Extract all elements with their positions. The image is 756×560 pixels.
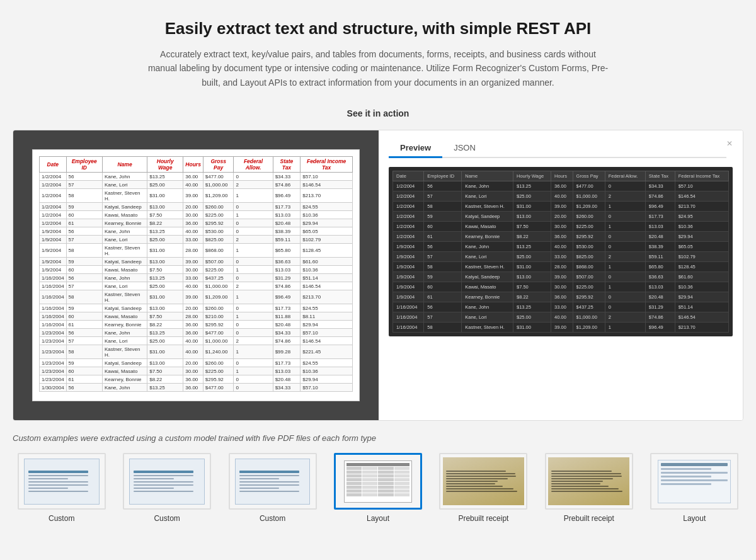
table-row: 1/23/200457Kane, Lori$25.0040.00$1,000.0…: [40, 337, 353, 345]
thumbnails-row: CustomCustomCustomLayoutPrebuilt receipt…: [13, 453, 743, 523]
thumbnail-item[interactable]: Layout: [646, 453, 743, 523]
right-panel: ✕ Preview JSON Date Employee ID Name Hou…: [379, 130, 743, 420]
prev-col-date: Date: [393, 171, 424, 181]
col-header-date: Date: [40, 157, 67, 173]
thumbnail-box[interactable]: [334, 453, 422, 510]
table-row: 1/9/200456Kane, John$13.2540.00$530.000$…: [40, 227, 353, 236]
table-row: 1/2/200461Kearney, Bonnie$8.2236.00$295.…: [393, 232, 729, 242]
thumbnail-label: Custom: [260, 514, 285, 523]
table-row: 1/2/200457Kane, Lori$25.0040.00$1,000.00…: [40, 181, 353, 189]
thumbnail-label: Prebuilt receipt: [564, 514, 614, 523]
thumbnail-label: Prebuilt receipt: [458, 514, 508, 523]
table-row: 1/23/200456Kane, John$13.2536.00$477.000…: [40, 329, 353, 337]
thumbnail-item[interactable]: Custom: [118, 453, 215, 523]
table-row: 1/2/200456Kane, John$13.2536.00$477.000$…: [40, 173, 353, 181]
col-header-gross: Gross Pay: [203, 157, 234, 173]
thumbnail-item[interactable]: Prebuilt receipt: [540, 453, 638, 523]
col-header-state: State Tax: [273, 157, 301, 173]
table-row: 1/16/200460Kawai, Masato$7.5028.00$210.0…: [40, 312, 353, 321]
prev-col-name: Name: [462, 171, 513, 181]
table-row: 1/16/200458Kastner, Steven H.$31.0039.00…: [40, 290, 353, 304]
thumbnail-box[interactable]: [545, 453, 633, 510]
table-row: 1/9/200460Kawai, Masato$7.5030.00$225.00…: [40, 266, 353, 274]
see-it-action-label: See it in action: [13, 108, 743, 118]
table-row: 1/23/200458Kastner, Steven H.$31.0040.00…: [40, 345, 353, 359]
table-row: 1/2/200460Kawai, Masato$7.5030.00$225.00…: [40, 211, 353, 219]
col-header-empid: Employee ID: [66, 157, 102, 173]
table-row: 1/9/200460Kawai, Masato$7.5030.00$225.00…: [393, 282, 729, 292]
table-row: 1/23/200461Kearney, Bonnie$8.2236.00$295…: [40, 375, 353, 384]
thumbnail-item[interactable]: Custom: [224, 453, 321, 523]
table-row: 1/2/200461Kearney, Bonnie$8.2236.00$295.…: [40, 219, 353, 227]
tab-json[interactable]: JSON: [442, 139, 487, 158]
thumbnail-box[interactable]: [123, 453, 211, 510]
table-row: 1/9/200457Kane, Lori$25.0033.00$825.002$…: [40, 236, 353, 244]
table-row: 1/2/200459Katyal, Sandeep$13.0020.00$260…: [393, 212, 729, 222]
header-section: Easily extract text and structure, with …: [13, 19, 743, 89]
table-row: 1/2/200458Kastner, Steven H.$31.0039.00$…: [40, 189, 353, 203]
prev-col-gross: Gross Pay: [573, 171, 605, 181]
thumbnail-label: Custom: [154, 514, 180, 523]
table-row: 1/2/200457Kane, Lori$25.0040.00$1,000.00…: [393, 191, 729, 202]
prev-col-federal: Federal Allow.: [605, 171, 645, 181]
thumbnail-box[interactable]: [229, 453, 317, 510]
prev-col-state: State Tax: [645, 171, 675, 181]
table-row: 1/16/200457Kane, Lori$25.0040.00$1,000.0…: [393, 312, 729, 323]
thumbnail-label: Layout: [367, 514, 389, 523]
col-header-fincome: Federal Income Tax: [301, 157, 353, 173]
table-row: 1/23/200459Katyal, Sandeep$13.0020.00$26…: [40, 359, 353, 367]
table-row: 1/16/200457Kane, Lori$25.0040.00$1,000.0…: [40, 282, 353, 290]
prev-col-empid: Employee ID: [424, 171, 462, 181]
col-header-name: Name: [102, 157, 147, 173]
table-row: 1/2/200458Kastner, Steven H.$31.0039.00$…: [393, 202, 729, 212]
table-row: 1/23/200460Kawai, Masato$7.5030.00$225.0…: [40, 367, 353, 375]
thumbnail-box[interactable]: [18, 453, 106, 510]
thumbnail-box[interactable]: [650, 453, 738, 510]
table-row: 1/16/200461Kearney, Bonnie$8.2236.00$295…: [40, 321, 353, 329]
thumbnail-item[interactable]: Layout: [329, 453, 427, 523]
demo-section: Date Employee ID Name Hourly Wage Hours …: [13, 130, 743, 421]
examples-caption: Custom examples were extracted using a c…: [13, 433, 743, 443]
spreadsheet-table: Date Employee ID Name Hourly Wage Hours …: [39, 156, 353, 392]
table-row: 1/30/200456Kane, John$13.2536.00$477.000…: [40, 384, 353, 392]
table-row: 1/9/200458Kastner, Steven H.$31.0028.00$…: [393, 262, 729, 272]
thumbnail-label: Custom: [49, 514, 74, 523]
page-container: Easily extract text and structure, with …: [0, 0, 756, 542]
table-row: 1/9/200456Kane, John$13.2540.00$530.000$…: [393, 242, 729, 252]
table-row: 1/16/200459Katyal, Sandeep$13.0020.00$26…: [40, 304, 353, 312]
table-row: 1/9/200457Kane, Lori$25.0033.00$825.002$…: [393, 252, 729, 262]
thumbnail-item[interactable]: Prebuilt receipt: [435, 453, 532, 523]
col-header-wage: Hourly Wage: [147, 157, 183, 173]
thumbnail-item[interactable]: Custom: [13, 453, 110, 523]
spreadsheet-container[interactable]: Date Employee ID Name Hourly Wage Hours …: [32, 149, 360, 401]
table-row: 1/16/200456Kane, John$13.2533.00$437.250…: [393, 302, 729, 312]
table-row: 1/9/200459Katyal, Sandeep$13.0039.00$507…: [393, 272, 729, 282]
tabs-row: Preview JSON: [389, 139, 726, 158]
table-row: 1/2/200459Katyal, Sandeep$13.0020.00$260…: [40, 203, 353, 211]
tab-preview[interactable]: Preview: [389, 139, 442, 158]
preview-table-wrap[interactable]: Date Employee ID Name Hourly Wage Hours …: [389, 167, 733, 336]
table-row: 1/9/200458Kastner, Steven H.$31.0028.00$…: [40, 244, 353, 258]
prev-col-fincome: Federal Income Tax: [675, 171, 728, 181]
prev-col-wage: Hourly Wage: [513, 171, 551, 181]
table-row: 1/16/200458Kastner, Steven H.$31.0039.00…: [393, 323, 729, 333]
thumbnail-box[interactable]: [439, 453, 527, 510]
preview-table: Date Employee ID Name Hourly Wage Hours …: [392, 171, 729, 333]
close-button[interactable]: ✕: [726, 139, 733, 148]
page-subtitle: Accurately extract text, key/value pairs…: [145, 47, 611, 89]
table-row: 1/2/200456Kane, John$13.2536.00$477.000$…: [393, 181, 729, 191]
prev-col-hours: Hours: [551, 171, 573, 181]
col-header-hours: Hours: [183, 157, 203, 173]
left-panel: Date Employee ID Name Hourly Wage Hours …: [13, 130, 379, 420]
col-header-federal: Federal Allow.: [234, 157, 273, 173]
table-row: 1/9/200461Kearney, Bonnie$8.2236.00$295.…: [393, 292, 729, 302]
table-row: 1/9/200459Katyal, Sandeep$13.0039.00$507…: [40, 258, 353, 266]
thumbnail-label: Layout: [683, 514, 706, 523]
page-title: Easily extract text and structure, with …: [13, 19, 743, 38]
table-row: 1/16/200456Kane, John$13.2533.00$437.250…: [40, 274, 353, 282]
table-row: 1/2/200460Kawai, Masato$7.5030.00$225.00…: [393, 222, 729, 232]
